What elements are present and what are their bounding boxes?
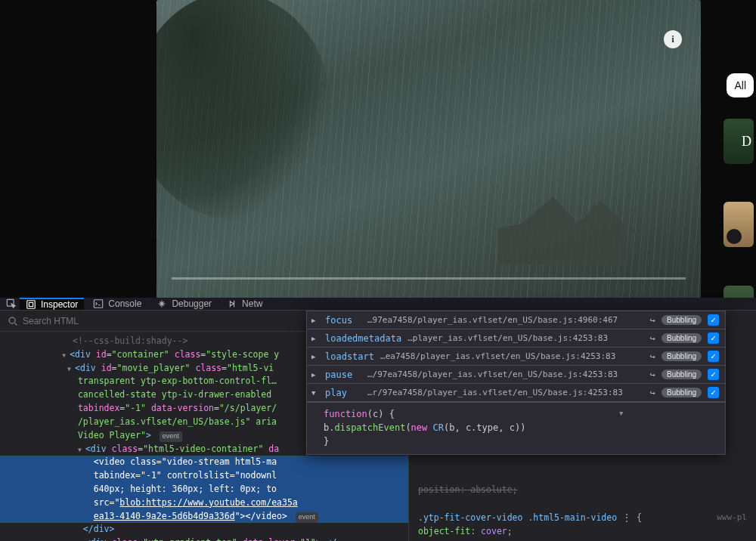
bubbling-badge: Bubbling (662, 333, 702, 343)
css-value[interactable]: cover (481, 526, 507, 536)
event-name: focus (325, 315, 361, 326)
dom-line-selected[interactable]: <video class="video-stream html5-ma (0, 456, 408, 469)
info-icon[interactable]: i (664, 30, 682, 48)
listener-enabled-checkbox[interactable] (708, 369, 719, 380)
event-listener-row[interactable]: ▶loadstart…ea7458/player_ias.vflset/en_U… (307, 348, 725, 366)
tab-label: Console (108, 298, 141, 309)
tab-inspector[interactable]: Inspector (20, 298, 84, 310)
bubbling-badge: Bubbling (662, 369, 702, 379)
network-icon (227, 298, 237, 309)
event-source-link[interactable]: …/97ea7458/player_ias.vflset/en_US/base.… (367, 369, 644, 379)
event-source-link[interactable]: …ea7458/player_ias.vflset/en_US/base.js:… (380, 351, 644, 361)
bubbling-badge: Bubbling (662, 388, 702, 397)
dom-line[interactable]: <div class="ytp-gradient-top" data-layer… (0, 536, 408, 541)
tab-label: Debugger (172, 298, 212, 309)
listener-enabled-checkbox[interactable] (708, 314, 719, 326)
svg-rect-1 (27, 301, 36, 309)
filter-chip-all[interactable]: All (727, 73, 754, 97)
tab-label: Inspector (41, 299, 78, 310)
tab-debugger[interactable]: Debugger (150, 298, 218, 310)
tab-console[interactable]: Console (87, 298, 147, 310)
event-listener-row[interactable]: ▶pause…/97ea7458/player_ias.vflset/en_US… (307, 366, 725, 384)
sidebar: All (722, 26, 756, 298)
css-declaration[interactable]: position: absolute; (418, 484, 518, 495)
tab-label: Netw (242, 298, 262, 309)
expand-toggle-icon[interactable]: ▶ (311, 317, 319, 324)
event-badge[interactable]: event (160, 431, 182, 442)
event-name: loadedmetadata (325, 333, 401, 344)
event-source-link[interactable]: …97ea7458/player_ias.vflset/en_US/base.j… (367, 315, 644, 325)
inspector-icon (26, 299, 36, 310)
dom-line-selected[interactable]: 640px; height: 360px; left: 0px; to (0, 483, 408, 496)
event-listeners-popup: ▶focus…97ea7458/player_ias.vflset/en_US/… (306, 311, 726, 455)
dom-line[interactable]: </div> (0, 523, 408, 536)
css-source-link[interactable]: www-pl (717, 511, 747, 524)
video-player[interactable]: i (156, 0, 701, 298)
css-selector[interactable]: .ytp-fit-cover-video .html5-main-video (418, 512, 617, 523)
bubbling-badge: Bubbling (662, 315, 702, 325)
video-progress-bar[interactable] (172, 277, 686, 280)
css-property[interactable]: object-fit (418, 526, 470, 536)
event-name: loadstart (325, 351, 374, 362)
listener-enabled-checkbox[interactable] (708, 332, 719, 344)
debugger-icon (156, 298, 167, 309)
event-listener-row[interactable]: ▶focus…97ea7458/player_ias.vflset/en_US/… (307, 311, 725, 329)
expand-toggle-icon[interactable]: ▶ (311, 371, 319, 379)
listener-enabled-checkbox[interactable] (708, 387, 719, 398)
page-background: i All (0, 0, 756, 298)
event-listener-row[interactable]: ▼play…r/97ea7458/player_ias.vflset/en_US… (307, 384, 725, 402)
bubbling-badge: Bubbling (662, 351, 702, 361)
event-name: pause (325, 369, 361, 380)
console-icon (93, 298, 104, 309)
dom-line-selected[interactable]: tabindex="-1" controlslist="nodownl (0, 469, 408, 483)
jump-to-source-icon[interactable]: ↪ (650, 333, 655, 344)
tab-network[interactable]: Netw (221, 298, 268, 310)
event-name: play (325, 388, 361, 398)
devtools-panel: Inspector Console Debugger Netw (0, 298, 756, 541)
svg-point-4 (9, 317, 15, 323)
video-scene-tree (156, 0, 330, 219)
event-source-link[interactable]: …r/97ea7458/player_ias.vflset/en_US/base… (367, 388, 644, 397)
event-badge[interactable]: event (296, 512, 318, 523)
search-icon (8, 316, 18, 326)
event-handler-code[interactable]: ▼ function(c) { b.dispatchEvent(new CR(b… (307, 402, 725, 454)
recommendation-thumb[interactable] (723, 119, 754, 164)
jump-to-source-icon[interactable]: ↪ (650, 315, 655, 326)
event-source-link[interactable]: …player_ias.vflset/en_US/base.js:4253:83 (407, 333, 644, 343)
listener-enabled-checkbox[interactable] (708, 351, 719, 362)
dom-line-selected[interactable]: src="blob:https://www.youtube.com/ea35a (0, 496, 408, 510)
video-scene-house (474, 174, 633, 264)
devtools-tabstrip: Inspector Console Debugger Netw (0, 298, 756, 311)
svg-rect-3 (94, 300, 103, 308)
expand-toggle-icon[interactable]: ▼ (311, 389, 319, 397)
expand-toggle-icon[interactable]: ▶ (311, 353, 319, 360)
dom-line-selected[interactable]: ea13-4140-9a2e-5d6b4d9a336d"></video> ev… (0, 510, 408, 524)
expand-toggle-icon[interactable]: ▶ (311, 335, 319, 342)
recommendation-thumb[interactable] (723, 202, 754, 247)
event-listener-row[interactable]: ▶loadedmetadata…player_ias.vflset/en_US/… (307, 329, 725, 348)
svg-rect-2 (29, 302, 33, 306)
jump-to-source-icon[interactable]: ↪ (650, 369, 655, 380)
jump-to-source-icon[interactable]: ↪ (650, 351, 655, 362)
element-picker-icon[interactable] (6, 298, 17, 309)
jump-to-source-icon[interactable]: ↪ (650, 388, 655, 398)
